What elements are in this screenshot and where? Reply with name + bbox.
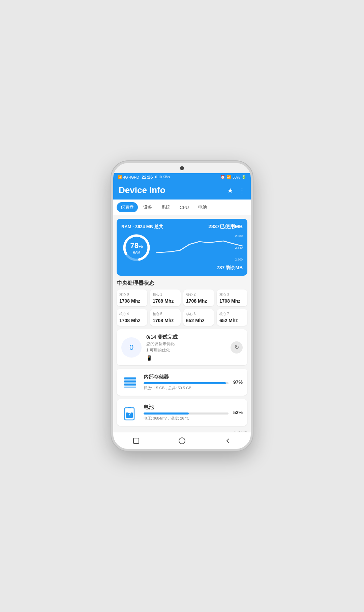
camera bbox=[180, 166, 184, 170]
status-bar: 📶 4G 4GHD 22:26 0.10 KB/s ⏰ 📶 53% 🔋 bbox=[113, 173, 251, 181]
status-left: 📶 4G 4GHD 22:26 0.10 KB/s bbox=[118, 175, 170, 180]
cpu-grid: 核心 0 1708 Mhz 核心 1 1708 Mhz 核心 2 1708 Mh… bbox=[117, 289, 247, 326]
battery-info: 电池 电压: 3684mV，温度: 26 °C bbox=[144, 404, 229, 421]
ram-chart: 2,880 2,840 2,800 bbox=[156, 234, 243, 261]
battery-icon: 🔋 bbox=[241, 175, 246, 179]
ram-percent: 78% bbox=[130, 241, 143, 250]
storage-icon bbox=[121, 373, 139, 391]
header-icons: ★ ⋮ bbox=[227, 186, 245, 194]
storage-progress-bg bbox=[144, 382, 229, 384]
ram-card: RAM - 3624 MB 总共 2837已使用MB 78% RAM bbox=[117, 219, 247, 276]
chart-labels: 2,880 2,840 2,800 bbox=[235, 234, 243, 261]
opt-title: 0/14 测试完成 bbox=[146, 334, 226, 340]
storage-progress-fill bbox=[144, 382, 226, 384]
storage-card: 内部存储器 释放: 1.5 GB，总共: 50.5 GB 97% bbox=[117, 369, 247, 396]
svg-rect-5 bbox=[124, 387, 136, 388]
battery-progress-fill bbox=[144, 412, 189, 415]
cpu-core-5: 核心 5 1708 Mhz bbox=[150, 309, 181, 326]
cpu-core-4: 核心 4 1708 Mhz bbox=[117, 309, 147, 326]
cpu-core-0: 核心 0 1708 Mhz bbox=[117, 289, 147, 306]
battery-title: 电池 bbox=[144, 404, 229, 410]
signal-icon: 📶 bbox=[118, 175, 122, 179]
opt-sub2: 1 可用的优化 bbox=[146, 347, 226, 353]
battery-percent: 53% bbox=[233, 410, 243, 415]
tab-battery[interactable]: 电池 bbox=[194, 202, 211, 212]
cpu-core-1: 核心 1 1708 Mhz bbox=[150, 289, 181, 306]
svg-rect-2 bbox=[124, 377, 136, 379]
nav-back-button[interactable] bbox=[222, 435, 234, 447]
storage-info: 内部存储器 释放: 1.5 GB，总共: 50.5 GB bbox=[144, 374, 229, 391]
svg-rect-4 bbox=[124, 384, 136, 386]
svg-rect-7 bbox=[128, 407, 131, 408]
ram-circle: 78% RAM bbox=[121, 233, 152, 263]
battery-progress-bg bbox=[144, 412, 229, 415]
nav-home-button[interactable] bbox=[176, 435, 188, 447]
svg-rect-10 bbox=[133, 438, 139, 443]
opt-score-circle: 0 bbox=[121, 337, 142, 358]
storage-title: 内部存储器 bbox=[144, 374, 229, 380]
nav-recent-button[interactable] bbox=[130, 435, 142, 447]
svg-rect-3 bbox=[124, 380, 136, 382]
nav-bar bbox=[113, 432, 251, 449]
status-right: ⏰ 📶 53% 🔋 bbox=[220, 175, 246, 179]
storage-sub: 释放: 1.5 GB，总共: 50.5 GB bbox=[144, 386, 229, 391]
tab-system[interactable]: 系统 bbox=[157, 202, 174, 212]
optimization-card: 0 0/14 测试完成 您的设备未优化 1 可用的优化 📱 ↻ bbox=[117, 329, 247, 365]
opt-sub1: 您的设备未优化 bbox=[146, 341, 226, 347]
svg-point-11 bbox=[179, 438, 185, 444]
tab-cpu[interactable]: CPU bbox=[176, 203, 193, 212]
wifi-icon: 📶 bbox=[226, 175, 231, 179]
refresh-button[interactable]: ↻ bbox=[231, 341, 243, 354]
cpu-core-3: 核心 3 1708 Mhz bbox=[217, 289, 247, 306]
battery-card: 电池 电压: 3684mV，温度: 26 °C 53% bbox=[117, 399, 247, 426]
tabs-bar: 仪表盘 设备 系统 CPU 电池 bbox=[113, 200, 251, 215]
storage-percent: 97% bbox=[233, 379, 243, 385]
favorite-button[interactable]: ★ bbox=[227, 186, 233, 194]
cpu-section-title: 中央处理器状态 bbox=[117, 280, 247, 287]
cpu-core-6: 核心 6 652 Mhz bbox=[183, 309, 214, 326]
speed: 0.10 KB/s bbox=[155, 175, 170, 179]
cpu-core-7: 核心 7 652 Mhz bbox=[217, 309, 247, 326]
battery-status: 53% bbox=[233, 175, 240, 179]
menu-button[interactable]: ⋮ bbox=[239, 186, 245, 194]
time: 22:26 bbox=[142, 175, 153, 180]
app-header: Device Info ★ ⋮ bbox=[113, 181, 251, 200]
ram-used: 2837已使用MB bbox=[208, 223, 243, 230]
scroll-area: RAM - 3624 MB 总共 2837已使用MB 78% RAM bbox=[113, 215, 251, 432]
opt-info: 0/14 测试完成 您的设备未优化 1 可用的优化 📱 bbox=[146, 334, 226, 361]
ram-circle-label: RAM bbox=[130, 251, 143, 254]
cpu-core-2: 核心 2 1708 Mhz bbox=[183, 289, 214, 306]
tab-device[interactable]: 设备 bbox=[139, 202, 156, 212]
battery-icon bbox=[121, 404, 139, 421]
tab-dashboard[interactable]: 仪表盘 bbox=[117, 202, 138, 212]
alarm-icon: ⏰ bbox=[220, 175, 225, 179]
ram-remain: 787 剩余MB bbox=[121, 265, 243, 271]
app-title: Device Info bbox=[119, 185, 165, 195]
network-type: 4G 4GHD bbox=[123, 175, 139, 179]
opt-phone-icon: 📱 bbox=[146, 355, 226, 361]
battery-sub: 电压: 3684mV，温度: 26 °C bbox=[144, 416, 229, 421]
watermark: 软件智库 bbox=[117, 429, 247, 432]
